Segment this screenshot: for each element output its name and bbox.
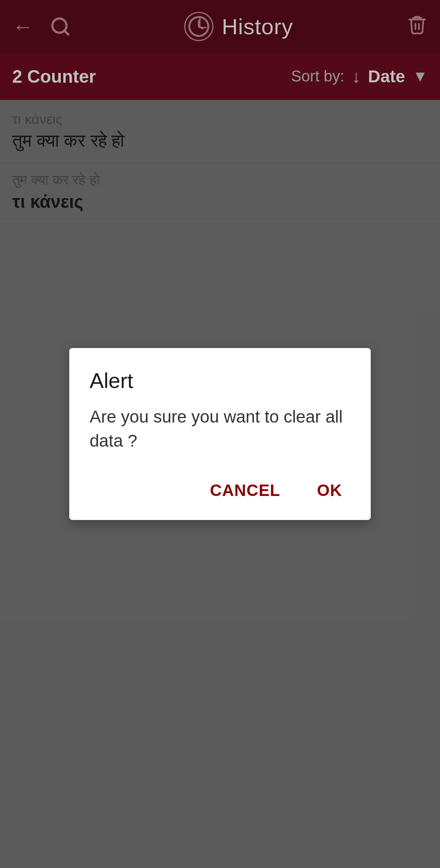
alert-dialog: Alert Are you sure you want to clear all… <box>69 348 371 520</box>
alert-message: Are you sure you want to clear all data … <box>90 405 350 453</box>
cancel-button[interactable]: CANCEL <box>202 477 288 504</box>
ok-button[interactable]: OK <box>309 477 350 504</box>
alert-title: Alert <box>90 368 350 393</box>
dialog-overlay: Alert Are you sure you want to clear all… <box>0 0 440 868</box>
alert-buttons: CANCEL OK <box>90 477 350 508</box>
